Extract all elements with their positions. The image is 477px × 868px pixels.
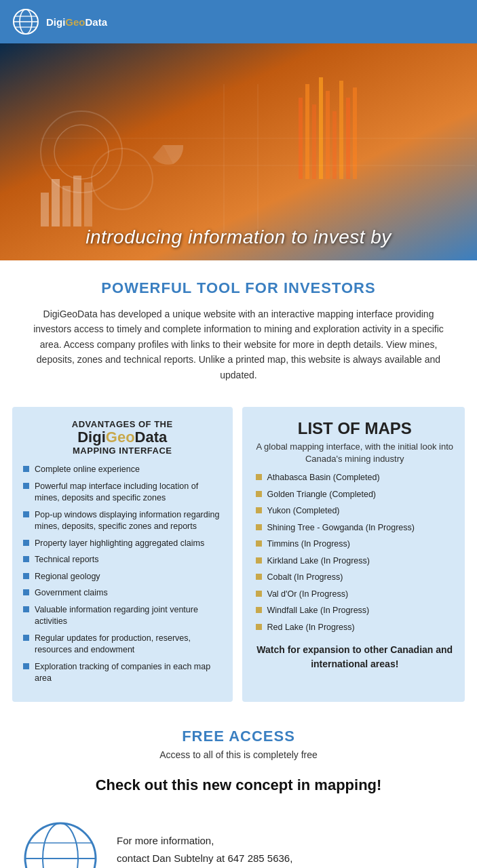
bullet-icon bbox=[23, 573, 29, 579]
list-item: Government claims bbox=[23, 587, 222, 599]
header-logo: DigiGeoData bbox=[46, 16, 107, 28]
section-checkout: Check out this new concept in mapping! bbox=[0, 767, 477, 804]
free-body: Access to all of this is completely free bbox=[27, 749, 450, 760]
list-item: Timmins (In Progress) bbox=[256, 538, 455, 551]
hero-banner: introducing information to invest by bbox=[0, 43, 477, 260]
bullet-icon bbox=[23, 606, 29, 612]
bullet-icon bbox=[23, 589, 29, 595]
hero-content: introducing information to invest by bbox=[0, 226, 477, 260]
list-item: Cobalt (In Progress) bbox=[256, 572, 455, 584]
list-item: Athabasca Basin (Completed) bbox=[256, 472, 455, 484]
list-item: Property layer highlighting aggregated c… bbox=[23, 538, 222, 550]
list-item: Golden Triangle (Completed) bbox=[256, 489, 455, 501]
svg-rect-17 bbox=[319, 77, 323, 179]
svg-rect-12 bbox=[73, 176, 81, 226]
list-item: Pop-up windows displaying information re… bbox=[23, 509, 222, 533]
svg-rect-10 bbox=[52, 179, 60, 226]
advantages-title: ADVANTAGES OF THE DigiGeoData MAPPING IN… bbox=[23, 419, 222, 456]
advantages-line3: MAPPING INTERFACE bbox=[23, 446, 222, 456]
bullet-icon bbox=[23, 511, 29, 517]
maps-title: LIST OF MAPS A global mapping interface,… bbox=[256, 419, 455, 465]
bullet-icon bbox=[256, 540, 262, 547]
list-item: Powerful map interface including locatio… bbox=[23, 481, 222, 505]
list-item: Yukon (Completed) bbox=[256, 505, 455, 517]
list-item: Exploration tracking of companies in eac… bbox=[23, 661, 222, 685]
contact-line2: contact Dan Subtelny at 647 285 5636, bbox=[117, 850, 292, 867]
bullet-icon bbox=[256, 607, 262, 613]
svg-point-28 bbox=[43, 823, 78, 868]
header-globe-icon bbox=[11, 7, 41, 37]
footer-contact-text: For more information, contact Dan Subtel… bbox=[117, 832, 292, 868]
bullet-icon bbox=[256, 524, 262, 530]
contact-line1: For more information, bbox=[117, 832, 292, 850]
powerful-body: DigiGeoData has developed a unique websi… bbox=[27, 307, 450, 382]
advantages-line1: ADVANTAGES OF THE bbox=[23, 419, 222, 429]
hero-tagline: introducing information to invest by bbox=[85, 226, 392, 248]
maps-subtext: A global mapping interface, with the ini… bbox=[256, 441, 455, 465]
bullet-icon bbox=[256, 474, 262, 480]
bullet-icon bbox=[256, 624, 262, 630]
svg-rect-16 bbox=[312, 104, 316, 179]
bullet-icon bbox=[256, 507, 262, 513]
free-heading: FREE ACCESS bbox=[27, 728, 450, 745]
header: DigiGeoData bbox=[0, 0, 477, 43]
maps-heading: LIST OF MAPS bbox=[256, 419, 455, 438]
svg-rect-19 bbox=[332, 111, 337, 179]
svg-rect-11 bbox=[62, 186, 71, 226]
list-item: Technical reports bbox=[23, 554, 222, 566]
bullet-icon bbox=[256, 491, 262, 497]
advantages-column: ADVANTAGES OF THE DigiGeoData MAPPING IN… bbox=[12, 407, 233, 702]
maps-list: Athabasca Basin (Completed) Golden Trian… bbox=[256, 472, 455, 633]
list-item: Kirkland Lake (In Progress) bbox=[256, 555, 455, 568]
list-item: Red Lake (In Progress) bbox=[256, 622, 455, 634]
list-item: Val d'Or (In Progress) bbox=[256, 589, 455, 601]
two-columns: ADVANTAGES OF THE DigiGeoData MAPPING IN… bbox=[12, 407, 465, 702]
svg-rect-13 bbox=[84, 182, 92, 226]
list-item: Regular updates for production, reserves… bbox=[23, 633, 222, 656]
list-item: Complete online experience bbox=[23, 464, 222, 476]
bullet-icon bbox=[23, 556, 29, 562]
list-item: Windfall Lake (In Progress) bbox=[256, 605, 455, 617]
bullet-icon bbox=[23, 635, 29, 641]
list-item: Shining Tree - Gowganda (In Progress) bbox=[256, 522, 455, 534]
checkout-heading: Check out this new concept in mapping! bbox=[20, 776, 457, 794]
section-powerful: POWERFUL TOOL FOR INVESTORS DigiGeoData … bbox=[0, 260, 477, 395]
bullet-icon bbox=[23, 466, 29, 472]
maps-footer: Watch for expansion to other Canadian an… bbox=[256, 643, 455, 671]
svg-point-27 bbox=[25, 823, 96, 868]
svg-rect-9 bbox=[41, 193, 49, 226]
section-free: FREE ACCESS Access to all of this is com… bbox=[0, 714, 477, 767]
bullet-icon bbox=[256, 591, 262, 597]
bullet-icon bbox=[23, 483, 29, 489]
footer-contact: For more information, contact Dan Subtel… bbox=[0, 804, 477, 868]
list-item: Valuable information regarding joint ven… bbox=[23, 604, 222, 628]
svg-rect-15 bbox=[305, 84, 309, 179]
advantages-logo: DigiGeoData bbox=[23, 429, 222, 446]
advantages-list: Complete online experience Powerful map … bbox=[23, 464, 222, 685]
svg-rect-20 bbox=[339, 81, 343, 179]
list-item: Regional geology bbox=[23, 571, 222, 583]
footer-globe-icon bbox=[16, 814, 104, 868]
maps-column: LIST OF MAPS A global mapping interface,… bbox=[242, 407, 465, 702]
bullet-icon bbox=[256, 557, 262, 564]
powerful-heading: POWERFUL TOOL FOR INVESTORS bbox=[27, 279, 450, 297]
bullet-icon bbox=[256, 574, 262, 580]
bullet-icon bbox=[23, 540, 29, 546]
bullet-icon bbox=[23, 663, 29, 669]
